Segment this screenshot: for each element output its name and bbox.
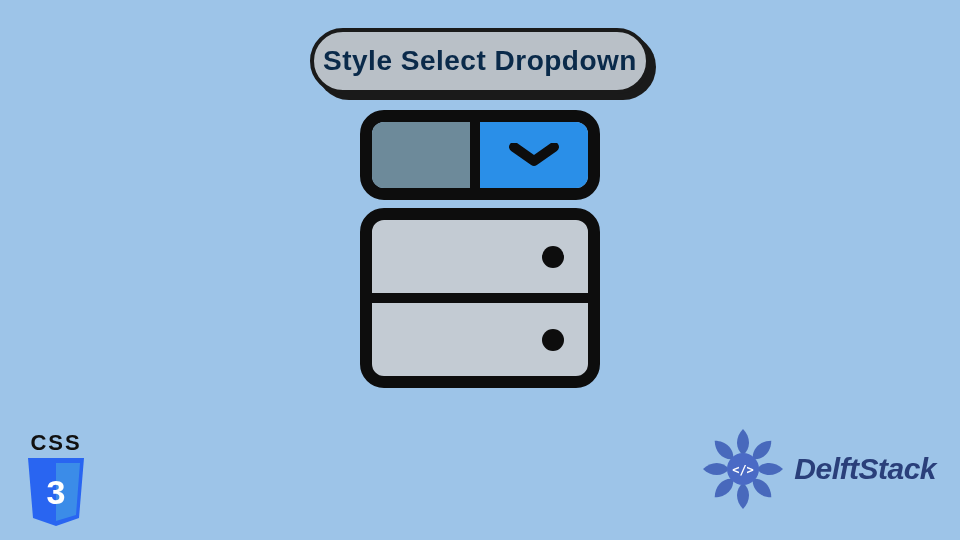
select-box [360, 110, 600, 200]
brand-logo: </> DelftStack [700, 426, 936, 512]
select-value-area [372, 122, 480, 188]
list-item [372, 303, 588, 376]
title-pill: Style Select Dropdown [310, 28, 650, 94]
mandala-icon: </> [700, 426, 786, 512]
dropdown-illustration [360, 110, 600, 388]
page-title: Style Select Dropdown [323, 45, 637, 77]
css3-badge: CSS 3 [20, 430, 92, 522]
css3-shield-icon: 3 [24, 458, 88, 530]
dot-icon [542, 329, 564, 351]
list-item [372, 220, 588, 303]
svg-text:</>: </> [732, 463, 754, 477]
options-list [360, 208, 600, 388]
title-container: Style Select Dropdown [310, 28, 650, 94]
brand-name: DelftStack [794, 452, 936, 486]
select-arrow-area [480, 122, 588, 188]
dot-icon [542, 246, 564, 268]
css3-label: CSS [20, 430, 92, 456]
chevron-down-icon [508, 143, 560, 167]
css3-version: 3 [47, 473, 66, 511]
